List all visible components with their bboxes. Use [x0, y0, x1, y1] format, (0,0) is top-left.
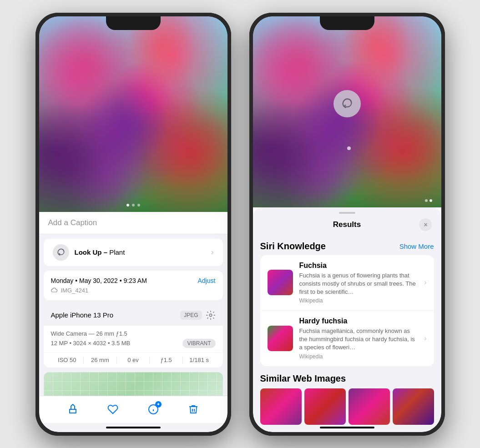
adjust-button[interactable]: Adjust — [198, 277, 216, 284]
fuchsia-text: Fuchsia Fuchsia is a genus of flowering … — [299, 262, 424, 304]
format-badge: JPEG — [180, 311, 202, 320]
lens-info: Wide Camera — 26 mm ƒ1.5 — [51, 330, 216, 337]
photo-view-2 — [253, 16, 441, 207]
fuchsia-source: Wikipedia — [299, 297, 420, 304]
results-panel: Results × Siri Knowledge Show More — [253, 207, 441, 432]
silent-button[interactable] — [35, 76, 36, 92]
dot-2-1 — [425, 199, 428, 202]
lookup-row[interactable]: Look Up – Plant › — [44, 239, 223, 266]
leaf-vi-icon — [341, 97, 354, 110]
hardy-thumbnail — [268, 326, 293, 351]
volume-up-button[interactable] — [35, 95, 36, 122]
info-button[interactable]: ✦ — [147, 403, 160, 416]
volume-down-button-2[interactable] — [249, 131, 250, 158]
bottom-toolbar: ✦ — [39, 396, 227, 423]
mp-row: 12 MP • 3024 × 4032 • 3.5 MB VIBRANT — [51, 339, 216, 348]
lookup-regular: Plant — [107, 248, 125, 256]
power-button-2[interactable] — [444, 113, 445, 149]
flower-details — [39, 16, 227, 212]
resolution-info: 12 MP • 3024 × 4032 • 3.5 MB — [51, 340, 131, 347]
phone-1: Add a Caption Look Up – Plant › — [35, 13, 231, 436]
web-images-title: Similar Web Images — [260, 373, 434, 384]
volume-up-button-2[interactable] — [249, 95, 250, 122]
hardy-chevron: › — [424, 334, 426, 342]
hardy-text: Hardy fuchsia Fuchsia magellanica, commo… — [299, 317, 424, 360]
exif-aperture: ƒ1.5 — [150, 357, 182, 363]
caption-area[interactable]: Add a Caption — [39, 212, 227, 234]
siri-dot — [347, 146, 351, 150]
hardy-desc: Fuchsia magellanica, commonly known as t… — [299, 327, 420, 352]
knowledge-card: Fuchsia Fuchsia is a genus of flowering … — [260, 255, 434, 366]
page-indicator — [126, 204, 140, 206]
leaf-icon — [56, 248, 66, 257]
exif-focal: 26 mm — [84, 357, 116, 363]
share-button[interactable] — [66, 403, 79, 416]
show-more-button[interactable]: Show More — [399, 242, 434, 250]
exif-row: ISO 50 26 mm 0 ev ƒ1.5 1/181 s — [44, 352, 223, 367]
close-button[interactable]: × — [419, 218, 432, 231]
caption-placeholder[interactable]: Add a Caption — [48, 218, 97, 227]
results-content: Siri Knowledge Show More Fuchsia — [253, 237, 441, 432]
metadata-section: Monday • May 30, 2022 • 9:23 AM Adjust I… — [44, 271, 223, 300]
web-images-section: Similar Web Images — [260, 373, 434, 425]
web-image-4[interactable] — [393, 388, 434, 425]
notch-2 — [320, 16, 374, 30]
filename-row: IMG_4241 — [51, 287, 216, 294]
dot-2 — [132, 204, 135, 206]
home-indicator-2 — [320, 427, 374, 428]
dot-2-2 — [429, 199, 432, 202]
photo-date: Monday • May 30, 2022 • 9:23 AM — [51, 277, 147, 284]
camera-header: Apple iPhone 13 Pro JPEG — [44, 305, 223, 326]
settings-icon[interactable] — [206, 310, 216, 320]
web-images-row — [260, 388, 434, 425]
siri-knowledge-title: Siri Knowledge — [260, 241, 326, 252]
camera-model: Apple iPhone 13 Pro — [51, 311, 114, 319]
fuchsia-chevron: › — [424, 278, 426, 287]
web-image-3[interactable] — [349, 388, 390, 425]
results-header: Results × — [253, 214, 441, 237]
dot-1 — [126, 204, 129, 206]
svg-point-0 — [209, 314, 212, 317]
hardy-source: Wikipedia — [299, 353, 420, 360]
favorite-button[interactable] — [106, 403, 119, 416]
phone-2: Results × Siri Knowledge Show More — [249, 13, 445, 436]
web-image-1[interactable] — [260, 388, 302, 425]
exif-shutter: 1/181 s — [183, 357, 216, 363]
home-indicator-1 — [106, 427, 161, 428]
fuchsia-desc: Fuchsia is a genus of flowering plants t… — [299, 272, 420, 297]
lookup-icon — [53, 244, 69, 261]
photo-view — [39, 16, 227, 212]
badge-row: JPEG — [180, 310, 215, 320]
exif-ev: 0 ev — [117, 357, 150, 363]
siri-knowledge-header: Siri Knowledge Show More — [260, 237, 434, 255]
volume-down-button[interactable] — [35, 131, 36, 158]
camera-section: Apple iPhone 13 Pro JPEG Wide Camera — 2… — [44, 305, 223, 367]
close-icon: × — [424, 221, 427, 228]
power-button[interactable] — [230, 113, 231, 149]
hardy-name: Hardy fuchsia — [299, 317, 420, 325]
siri-vi-button[interactable] — [333, 90, 361, 117]
exif-iso: ISO 50 — [51, 357, 84, 363]
lookup-chevron: › — [211, 247, 214, 257]
camera-detail: Wide Camera — 26 mm ƒ1.5 12 MP • 3024 × … — [44, 326, 223, 352]
vibrant-badge: VIBRANT — [182, 339, 215, 348]
knowledge-item-fuchsia[interactable]: Fuchsia Fuchsia is a genus of flowering … — [260, 255, 434, 311]
lookup-text: Look Up – Plant — [75, 248, 211, 256]
cloud-icon — [51, 287, 58, 293]
filename: IMG_4241 — [61, 287, 89, 294]
date-row: Monday • May 30, 2022 • 9:23 AM Adjust — [51, 277, 216, 284]
lookup-bold: Look Up – — [75, 248, 108, 256]
delete-button[interactable] — [187, 403, 200, 416]
knowledge-item-hardy[interactable]: Hardy fuchsia Fuchsia magellanica, commo… — [260, 310, 434, 366]
fuchsia-thumbnail — [268, 270, 293, 295]
info-badge: ✦ — [155, 401, 162, 408]
silent-button-2[interactable] — [249, 76, 250, 92]
phones-container: Add a Caption Look Up – Plant › — [35, 13, 445, 436]
notch — [106, 16, 161, 30]
phone2-screen: Results × Siri Knowledge Show More — [253, 16, 441, 432]
fuchsia-thumb-bg — [268, 270, 293, 295]
info-badge-icon: ✦ — [157, 402, 160, 407]
dot-3 — [137, 204, 140, 206]
web-image-2[interactable] — [304, 388, 346, 425]
hardy-thumb-bg — [268, 326, 293, 351]
